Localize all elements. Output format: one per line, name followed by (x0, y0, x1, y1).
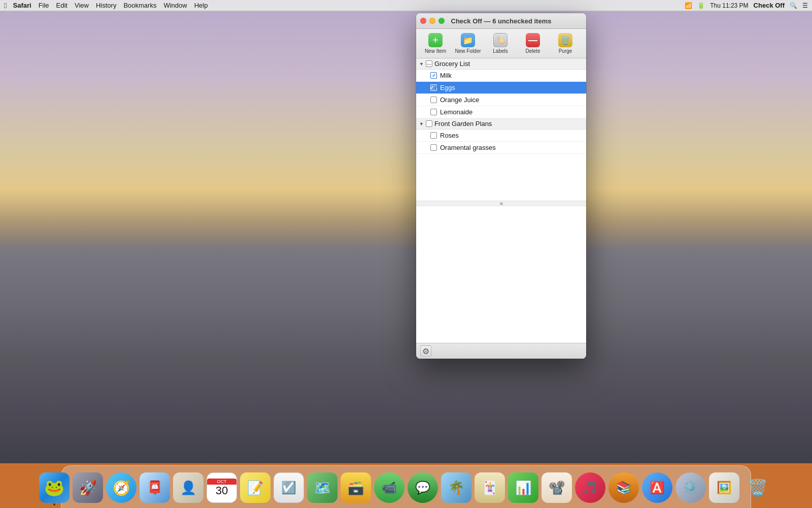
dock-trash[interactable]: 🗑️ (742, 472, 773, 503)
gear-button[interactable]: ⚙ (420, 345, 431, 357)
dock-music[interactable]: 🎵 (575, 472, 605, 503)
collapse-triangle-2: ▼ (419, 121, 424, 126)
labels-icon: 🏷️ (493, 33, 507, 47)
clock: Thu 11:23 PM (710, 2, 748, 9)
new-folder-icon: 📁 (461, 33, 475, 47)
collapse-triangle: ▼ (419, 61, 424, 67)
window-bottombar: ⚙ (416, 343, 586, 359)
dock-safari[interactable]: 🧭 (106, 472, 137, 503)
oramental-grasses-checkbox[interactable] (430, 144, 437, 151)
milk-label: Milk (440, 72, 452, 79)
dock-finder[interactable]: 🐸 (39, 472, 70, 503)
list-item-eggs[interactable]: ✓ Eggs (416, 82, 586, 94)
scroll-dot (500, 202, 503, 205)
eggs-checkbox[interactable]: ✓ (430, 84, 437, 91)
menu-bookmarks[interactable]: Bookmarks (123, 2, 156, 9)
milk-checkbox[interactable] (430, 72, 437, 79)
dock-calendar[interactable]: OCT 30 (207, 472, 237, 503)
menu-window[interactable]: Window (163, 2, 187, 9)
purge-button[interactable]: 🗑️ Purge (550, 31, 581, 56)
grocery-list-checkbox[interactable]: — (426, 60, 432, 67)
roses-label: Roses (440, 132, 459, 139)
dock-appstore[interactable]: 🅰️ (642, 472, 672, 503)
menubar:  Safari File Edit View History Bookmark… (0, 0, 812, 11)
oramental-grasses-label: Oramental grasses (440, 144, 496, 151)
list-icon[interactable]: ☰ (802, 2, 808, 9)
front-garden-header[interactable]: ▼ Front Garden Plans (416, 118, 586, 130)
delete-button[interactable]: — Delete (518, 31, 548, 56)
window-titlebar: Check Off — 6 unchecked items (416, 13, 586, 29)
grocery-list-label: Grocery List (434, 60, 470, 68)
lemonaide-label: Lemonaide (440, 108, 472, 116)
dock-sysprefs[interactable]: ⚙️ (675, 472, 706, 503)
orange-juice-label: Orange Juice (440, 96, 479, 104)
dock-icons: 🐸 🚀 🧭 📮 👤 OCT 30 📝 ☑️ (39, 472, 773, 506)
delete-icon: — (526, 33, 540, 47)
dock-preview[interactable]: 🖼️ (709, 472, 739, 503)
orange-juice-checkbox[interactable] (430, 97, 437, 103)
list-item-orange-juice[interactable]: Orange Juice (416, 94, 586, 106)
window-title: Check Off — 6 unchecked items (451, 17, 552, 25)
front-garden-checkbox[interactable] (426, 120, 432, 127)
scrollbar-area (416, 201, 586, 206)
list-item-roses[interactable]: Roses (416, 130, 586, 142)
new-item-button[interactable]: + New Item (420, 31, 451, 56)
window-list: ▼ — Grocery List Milk ✓ Eggs Orange Juic… (416, 58, 586, 201)
traffic-lights (420, 18, 445, 24)
maximize-button[interactable] (438, 18, 445, 24)
grocery-list-header[interactable]: ▼ — Grocery List (416, 58, 586, 70)
close-button[interactable] (420, 18, 426, 24)
dock-maps[interactable]: 🗺️ (307, 472, 337, 503)
dock-keynote[interactable]: 📽️ (542, 472, 572, 503)
menu-view[interactable]: View (75, 2, 89, 9)
dock-notes[interactable]: 📝 (240, 472, 270, 503)
dock-mail[interactable]: 📮 (140, 472, 170, 503)
menu-edit[interactable]: Edit (56, 2, 67, 9)
menu-app-name[interactable]: Safari (13, 2, 31, 9)
finder-dot (53, 503, 55, 505)
window-content-area (416, 206, 586, 343)
menu-help[interactable]: Help (194, 2, 208, 9)
eggs-label: Eggs (440, 84, 455, 91)
dock-ibooks[interactable]: 📚 (608, 472, 639, 503)
roses-checkbox[interactable] (430, 132, 437, 139)
dock-facetime[interactable]: 📹 (374, 472, 404, 503)
battery-icon: 🔋 (697, 2, 705, 9)
list-item-lemonaide[interactable]: Lemonaide (416, 106, 586, 118)
new-folder-button[interactable]: 📁 New Folder (453, 31, 483, 56)
apple-menu[interactable]:  (4, 1, 7, 10)
checkoff-app-label: Check Off (754, 2, 785, 9)
purge-icon: 🗑️ (558, 33, 572, 47)
dock-postcard[interactable]: 🗃️ (341, 472, 371, 503)
dock-launchpad[interactable]: 🚀 (73, 472, 103, 503)
search-icon[interactable]: 🔍 (790, 2, 797, 9)
menu-history[interactable]: History (96, 2, 116, 9)
front-garden-label: Front Garden Plans (434, 120, 492, 128)
dock-numbers[interactable]: 📊 (508, 472, 538, 503)
dock-messages[interactable]: 💬 (408, 472, 438, 503)
checkoff-window: Check Off — 6 unchecked items + New Item… (416, 13, 586, 359)
dock-contacts[interactable]: 👤 (173, 472, 204, 503)
lemonaide-checkbox[interactable] (430, 109, 437, 115)
window-toolbar: + New Item 📁 New Folder 🏷️ Labels — Dele… (416, 29, 586, 58)
dock-iphoto[interactable]: 🌴 (441, 472, 471, 503)
list-item-milk[interactable]: Milk (416, 70, 586, 82)
list-item-oramental-grasses[interactable]: Oramental grasses (416, 142, 586, 154)
menu-file[interactable]: File (39, 2, 49, 9)
dock: 🐸 🚀 🧭 📮 👤 OCT 30 📝 ☑️ (0, 463, 812, 508)
dock-reminders[interactable]: ☑️ (274, 472, 304, 503)
new-item-icon: + (428, 33, 443, 47)
dock-card[interactable]: 🃏 (475, 472, 505, 503)
labels-button[interactable]: 🏷️ Labels (485, 31, 516, 56)
wifi-icon: 📶 (685, 2, 692, 9)
minimize-button[interactable] (429, 18, 435, 24)
